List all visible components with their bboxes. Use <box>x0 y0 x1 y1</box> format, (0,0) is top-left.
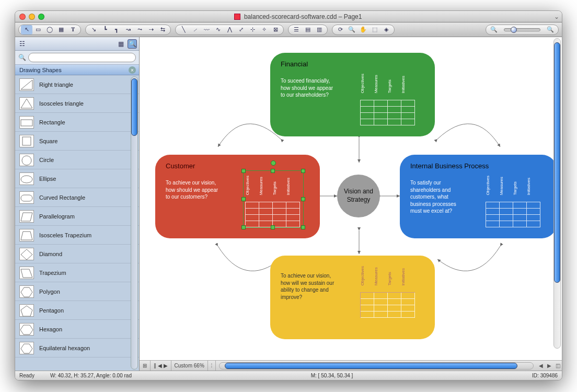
card-financial[interactable]: Financial To suceed financially, how sho… <box>270 53 435 136</box>
canvas-hscrollbar[interactable] <box>219 362 534 370</box>
zoom-in-button[interactable]: 🔍 <box>545 25 556 34</box>
footer-corner-icon[interactable]: ◫ <box>553 363 562 368</box>
line-6[interactable]: ⤢ <box>235 25 247 34</box>
shape-item[interactable]: Isosceles triangle <box>15 94 139 113</box>
rect-tool[interactable]: ▭ <box>32 25 44 34</box>
shape-icon <box>19 342 34 354</box>
page-nav[interactable]: ‖ ◀ ▶ <box>151 361 171 371</box>
status-mouse: M: [ 50.34, 50.34 ] <box>311 373 353 378</box>
panel-search-icon[interactable]: 🔍 <box>128 39 137 49</box>
layers-button[interactable]: ◈ <box>380 25 392 34</box>
card-learning[interactable]: To achieve our vision, how will we susta… <box>270 256 435 339</box>
text-tool[interactable]: 𝐓 <box>67 25 78 34</box>
connector-1[interactable]: ↘ <box>88 25 99 34</box>
pointer-tool[interactable]: ↖ <box>21 25 32 34</box>
workspace: ☷ ▦ 🔍 🔍 Drawing Shapes × Right triangleI… <box>15 37 562 371</box>
hand-tool[interactable]: ✋ <box>357 25 369 34</box>
statusbar: Ready W: 40.32, H: 35.27, Angle: 0.00 ra… <box>15 371 562 380</box>
canvas[interactable]: Vision and Strategy Financial To suceed … <box>140 37 562 360</box>
col-head: ObjectivesMeasuresTargetsInitiatives <box>486 175 540 195</box>
hscroll-left[interactable]: ◀ <box>537 363 545 368</box>
shape-item[interactable]: Isosceles Trapezium <box>15 226 139 245</box>
align-2[interactable]: ▤ <box>302 25 314 34</box>
panel-tree-icon[interactable]: ☷ <box>17 39 27 49</box>
shape-icon <box>19 267 34 279</box>
selection-outline[interactable] <box>243 170 304 228</box>
connector-4[interactable]: ↝ <box>122 25 134 34</box>
shape-icon <box>19 304 34 317</box>
shape-item[interactable]: Polygon <box>15 282 139 301</box>
shape-item[interactable]: Square <box>15 132 139 151</box>
align-1[interactable]: ☰ <box>291 25 302 34</box>
sidebar-header: ☷ ▦ 🔍 <box>15 37 139 51</box>
ellipse-tool[interactable]: ◯ <box>44 25 55 34</box>
canvas-vscroll-thumb[interactable] <box>554 42 560 283</box>
shape-item[interactable]: Hexagon <box>15 320 139 339</box>
shape-item[interactable]: Circle <box>15 151 139 169</box>
line-2[interactable]: ⟋ <box>189 25 201 34</box>
svg-marker-14 <box>21 344 32 353</box>
tool-group-connectors: ↘ ┗ ┓ ↝ ⤳ ⇢ ⇆ <box>85 25 171 35</box>
tool-group-nav: ⟳ 🔍 ✋ ⬚ ◈ <box>332 25 395 35</box>
zoom-window-button[interactable] <box>38 14 44 20</box>
shape-item[interactable]: Curved Rectangle <box>15 188 139 207</box>
connector-7[interactable]: ⇆ <box>157 25 168 34</box>
shape-item[interactable]: Equilateral hexagon <box>15 339 139 358</box>
shape-icon <box>19 248 34 260</box>
canvas-hscroll-thumb[interactable] <box>225 363 517 369</box>
sidebar-scroll-thumb[interactable] <box>131 78 137 136</box>
line-7[interactable]: ⊹ <box>247 25 258 34</box>
connector-6[interactable]: ⇢ <box>145 25 157 34</box>
shape-item[interactable]: Diamond <box>15 245 139 263</box>
app-window: balanced-scorecard-software.cdd – Page1 … <box>15 10 562 381</box>
minimize-window-button[interactable] <box>29 14 35 20</box>
tool-group-align: ☰ ▤ ▥ <box>288 25 328 35</box>
marquee-tool[interactable]: ⬚ <box>369 25 380 34</box>
shape-item[interactable]: Right triangle <box>15 75 139 94</box>
panel-grid-icon[interactable]: ▦ <box>116 39 125 49</box>
hscroll-right[interactable]: ▶ <box>545 363 553 368</box>
toolbar-toggle-button[interactable]: ⌄ <box>551 13 562 20</box>
shape-icon <box>19 135 34 147</box>
zoom-tool[interactable]: 🔍 <box>346 25 357 34</box>
shape-icon <box>19 172 34 185</box>
line-4[interactable]: ∿ <box>212 25 224 34</box>
shape-item[interactable]: Rectangle <box>15 113 139 132</box>
close-window-button[interactable] <box>19 14 26 20</box>
shape-label: Hexagon <box>39 326 62 332</box>
col-head: ObjectivesMeasuresTargetsInitiatives <box>360 265 414 285</box>
center-node-vision[interactable]: Vision and Strategy <box>337 175 380 217</box>
footer-toggle-icon[interactable]: ⊞ <box>140 361 151 371</box>
line-5[interactable]: ⋀ <box>224 25 235 34</box>
card-customer[interactable]: Customer To achieve our vision, how shou… <box>155 155 320 238</box>
svg-marker-13 <box>20 325 33 335</box>
zoom-out-button[interactable]: 🔍 <box>488 25 500 34</box>
zoom-slider[interactable] <box>504 28 540 31</box>
table-tool[interactable]: ▦ <box>55 25 67 34</box>
refresh-button[interactable]: ⟳ <box>334 25 346 34</box>
search-icon: 🔍 <box>18 54 26 61</box>
search-input[interactable] <box>28 53 136 62</box>
line-3[interactable]: 〰 <box>201 25 212 34</box>
line-9[interactable]: ⊠ <box>270 25 281 34</box>
svg-marker-11 <box>21 287 32 297</box>
shape-item[interactable]: Parallelogram <box>15 207 139 226</box>
shape-item[interactable]: Ellipse <box>15 169 139 188</box>
section-header-shapes[interactable]: Drawing Shapes × <box>15 65 139 75</box>
line-1[interactable]: ╲ <box>178 25 189 34</box>
status-id: ID: 309486 <box>532 373 558 378</box>
card-internal[interactable]: Internal Business Process To satisfy our… <box>400 155 557 238</box>
zoom-display[interactable]: Custom 66% <box>171 361 208 371</box>
section-close-icon[interactable]: × <box>129 66 136 74</box>
shape-item[interactable]: Pentagon <box>15 301 139 320</box>
line-8[interactable]: ✧ <box>258 25 270 34</box>
shape-item[interactable]: Trapezium <box>15 263 139 282</box>
card-desc: To satisfy our shareholders and customer… <box>410 179 468 215</box>
connector-5[interactable]: ⤳ <box>134 25 145 34</box>
connector-2[interactable]: ┗ <box>99 25 111 34</box>
svg-rect-2 <box>21 120 32 126</box>
shape-label: Ellipse <box>39 176 56 182</box>
connector-3[interactable]: ┓ <box>111 25 122 34</box>
align-3[interactable]: ▥ <box>314 25 325 34</box>
col-head: ObjectivesMeasuresTargetsInitiatives <box>360 73 414 93</box>
